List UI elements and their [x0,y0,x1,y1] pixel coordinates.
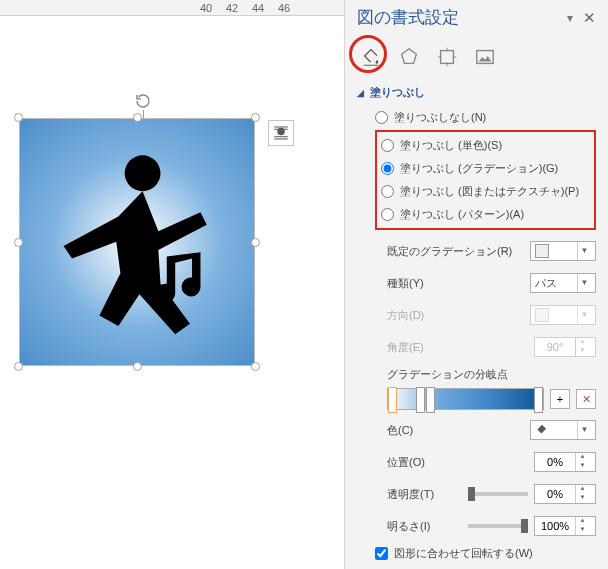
fill-pattern-label: 塗りつぶし (パターン)(A) [400,207,524,222]
svg-point-0 [124,156,160,192]
resize-handle-bl[interactable] [14,362,23,371]
rotate-with-shape-label: 図形に合わせて回転する(W) [394,546,533,561]
fill-pattern-option[interactable]: 塗りつぶし (パターン)(A) [381,203,590,226]
fill-gradient-radio[interactable] [381,162,394,175]
gradient-type-value: パス [535,276,557,291]
panel-title: 図の書式設定 [357,6,459,29]
selected-picture[interactable] [19,118,255,366]
fill-none-option[interactable]: 塗りつぶしなし(N) [375,106,596,129]
stop-transparency-row: 透明度(T) ▲▼ [387,484,596,504]
rotate-handle[interactable] [134,92,152,110]
collapse-triangle-icon: ◢ [357,88,364,98]
panel-header: 図の書式設定 ▾ ✕ [357,6,596,29]
paint-bucket-icon [360,46,382,68]
fill-none-label: 塗りつぶしなし(N) [394,110,486,125]
gradient-stop-1[interactable] [388,387,397,413]
layout-tab[interactable] [433,43,461,71]
stop-color-row: 色(C) ▼ [387,420,596,440]
fill-line-tab[interactable] [357,43,385,71]
pentagon-icon [398,46,420,68]
size-icon [436,46,458,68]
fill-picture-option[interactable]: 塗りつぶし (図またはテクスチャ)(P) [381,180,590,203]
gradient-stop-2[interactable] [416,387,425,413]
brightness-slider[interactable] [468,524,528,528]
spin-up[interactable]: ▲ [576,485,589,494]
stop-position-label: 位置(O) [387,455,425,470]
gradient-stop-4[interactable] [534,387,543,413]
fill-solid-radio[interactable] [381,139,394,152]
document-canvas[interactable]: 40 42 44 46 [0,0,344,569]
gradient-properties: 既定のグラデーション(R) ▼ 種類(Y) パス ▼ 方向(D) ▼ 角度(E) [387,241,596,357]
stop-position-row: 位置(O) ▲▼ [387,452,596,472]
gradient-type-dropdown[interactable]: パス ▼ [530,273,596,293]
stop-position-spinner[interactable]: ▲▼ [534,452,596,472]
gradient-angle-value [535,341,575,353]
chevron-down-icon: ▼ [577,242,591,260]
panel-tabs [357,43,596,71]
fill-picture-radio[interactable] [381,185,394,198]
resize-handle-tl[interactable] [14,113,23,122]
transparency-spinner[interactable]: ▲▼ [534,484,596,504]
spin-up[interactable]: ▲ [576,517,589,526]
ruler-tick: 44 [252,2,264,14]
fill-picture-label: 塗りつぶし (図またはテクスチャ)(P) [400,184,579,199]
transparency-slider[interactable] [468,492,528,496]
fill-color-icon [535,423,549,437]
spin-down[interactable]: ▼ [576,462,589,471]
ruler-tick: 40 [200,2,212,14]
chevron-down-icon: ▼ [577,306,591,324]
brightness-spinner[interactable]: ▲▼ [534,516,596,536]
fill-none-radio[interactable] [375,111,388,124]
fill-solid-option[interactable]: 塗りつぶし (単色)(S) [381,134,590,157]
fill-pattern-radio[interactable] [381,208,394,221]
gradient-stops-label: グラデーションの分岐点 [387,367,596,382]
gradient-type-label: 種類(Y) [387,276,424,291]
resize-handle-mr[interactable] [251,238,260,247]
gradient-stops-track[interactable] [387,388,544,410]
rotate-with-shape-checkbox[interactable] [375,547,388,560]
picture-gradient-bg [19,118,255,366]
spin-down[interactable]: ▼ [576,526,589,535]
dancer-with-music-icon [32,131,243,352]
fill-section-label: 塗りつぶし [370,85,425,100]
brightness-value[interactable] [535,520,575,532]
spin-down[interactable]: ▼ [576,494,589,503]
picture-tab[interactable] [471,43,499,71]
gradient-type-row: 種類(Y) パス ▼ [387,273,596,293]
ruler-tick: 46 [278,2,290,14]
ruler-tick: 42 [226,2,238,14]
stop-position-value[interactable] [535,456,575,468]
resize-handle-br[interactable] [251,362,260,371]
fill-gradient-option[interactable]: 塗りつぶし (グラデーション)(G) [381,157,590,180]
spin-up: ▲ [576,338,589,347]
resize-handle-tr[interactable] [251,113,260,122]
fill-section-header[interactable]: ◢ 塗りつぶし [357,85,596,100]
stop-properties: 色(C) ▼ 位置(O) ▲▼ 透明度(T) ▲▼ 明る [387,420,596,536]
chevron-down-icon: ▼ [577,274,591,292]
preset-swatch [535,244,549,258]
preset-gradient-label: 既定のグラデーション(R) [387,244,512,259]
annotation-highlight-box: 塗りつぶし (単色)(S) 塗りつぶし (グラデーション)(G) 塗りつぶし (… [375,130,596,230]
stop-brightness-label: 明るさ(I) [387,519,430,534]
remove-gradient-stop-button[interactable]: ✕ [576,389,596,409]
resize-handle-tm[interactable] [133,113,142,122]
spin-up[interactable]: ▲ [576,453,589,462]
panel-close-button[interactable]: ✕ [583,9,596,27]
layout-options-button[interactable] [268,120,294,146]
gradient-direction-row: 方向(D) ▼ [387,305,596,325]
direction-swatch [535,308,549,322]
gradient-stop-3[interactable] [426,387,435,413]
resize-handle-ml[interactable] [14,238,23,247]
resize-handle-bm[interactable] [133,362,142,371]
add-gradient-stop-button[interactable]: + [550,389,570,409]
rotate-with-shape-row[interactable]: 図形に合わせて回転する(W) [375,546,596,561]
gradient-angle-row: 角度(E) ▲▼ [387,337,596,357]
stop-color-dropdown[interactable]: ▼ [530,420,596,440]
effects-tab[interactable] [395,43,423,71]
preset-gradient-row: 既定のグラデーション(R) ▼ [387,241,596,261]
picture-icon [474,46,496,68]
panel-menu-button[interactable]: ▾ [567,11,573,25]
transparency-value[interactable] [535,488,575,500]
preset-gradient-dropdown[interactable]: ▼ [530,241,596,261]
horizontal-ruler: 40 42 44 46 [0,0,344,16]
